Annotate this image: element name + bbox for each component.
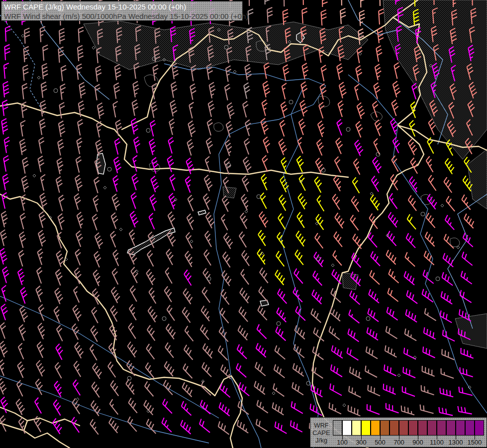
legend-cell — [380, 420, 390, 436]
legend-tick-label: 100 — [332, 439, 352, 446]
legend-cell — [342, 420, 352, 436]
title-shear-line: WRF Wind shear (m/s) 500/1000hPa Wednesd… — [4, 11, 240, 21]
legend-labels: WRF CAPE J/kg — [310, 418, 332, 447]
legend-tick-label: 700 — [389, 439, 409, 446]
legend-cell — [465, 420, 475, 436]
legend-tick-label: 300 — [351, 439, 371, 446]
legend-cell — [446, 420, 456, 436]
legend-cell — [456, 420, 465, 436]
legend-cell — [437, 420, 446, 436]
legend-cell — [408, 420, 418, 436]
title-cape-line: WRF CAPE (J/kg) Wednesday 15-10-2025 00:… — [4, 2, 240, 11]
map-canvas — [0, 0, 487, 448]
legend-model-label: WRF — [310, 422, 332, 429]
legend-field-label: CAPE — [310, 429, 332, 437]
legend-cell — [390, 420, 399, 436]
map-title-box: WRF CAPE (J/kg) Wednesday 15-10-2025 00:… — [1, 1, 243, 21]
cape-legend: WRF CAPE J/kg 10030050070090011001300150… — [310, 417, 487, 448]
legend-tick-label: 1300 — [446, 439, 466, 446]
legend-cell — [361, 420, 371, 436]
legend-tick-label: 1500 — [465, 439, 485, 446]
legend-unit-label: J/kg — [310, 437, 332, 444]
legend-cell — [399, 420, 408, 436]
legend-tick-label: 900 — [408, 439, 428, 446]
weather-map-stage: WRF CAPE (J/kg) Wednesday 15-10-2025 00:… — [0, 0, 487, 448]
legend-cell — [475, 420, 484, 436]
legend-cell — [427, 420, 437, 436]
legend-cell — [371, 420, 380, 436]
legend-tick-label: 1100 — [427, 439, 447, 446]
legend-cell — [333, 420, 342, 436]
legend-cell — [418, 420, 427, 436]
legend-tick-label: 500 — [370, 439, 390, 446]
legend-cell — [352, 420, 361, 436]
